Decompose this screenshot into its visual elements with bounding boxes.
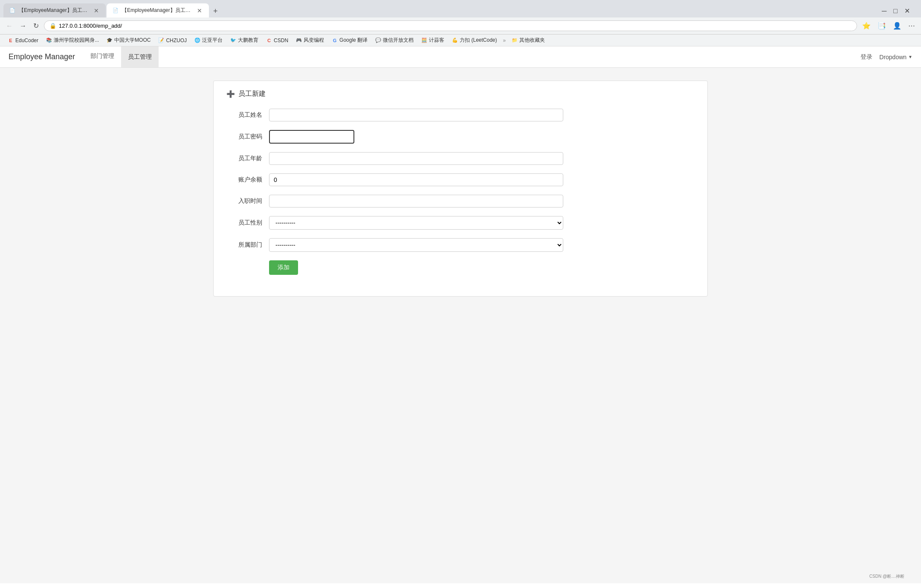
input-emp-join[interactable] (269, 195, 563, 208)
tab-title-2: 【EmployeeManager】员工新建 (122, 7, 193, 14)
bookmark-google[interactable]: G Google 翻译 (328, 36, 371, 45)
label-emp-pwd: 员工密码 (226, 133, 269, 141)
account-icon[interactable]: 👤 (891, 20, 903, 32)
form-row-submit: 添加 (226, 260, 695, 275)
bookmark-favicon-leetcode: 💪 (452, 37, 458, 43)
menu-icon[interactable]: ⋯ (907, 20, 917, 32)
login-link[interactable]: 登录 (860, 53, 872, 61)
bookmark-csdn[interactable]: C CSDN (263, 37, 292, 44)
bookmark-label-leetcode: 力扣 (LeetCode) (460, 37, 497, 44)
decoration-text: CSDN @断....禅断 (869, 574, 904, 579)
label-emp-name: 员工姓名 (226, 111, 269, 119)
bookmark-label-csdn: CSDN (274, 37, 288, 43)
form-row-gender: 员工性别 ---------- 男 女 (226, 216, 695, 230)
label-emp-gender: 员工性别 (226, 219, 269, 227)
nav-item-dept[interactable]: 部门管理 (84, 46, 121, 67)
app-wrapper: Employee Manager 部门管理 员工管理 登录 Dropdown ▼… (0, 46, 921, 583)
bookmark-fanyi[interactable]: 🌐 泛亚平台 (191, 36, 226, 45)
bookmark-favicon-google: G (332, 38, 338, 43)
url-input[interactable]: 127.0.0.1:8000/emp_add/ (59, 23, 851, 29)
select-emp-gender[interactable]: ---------- 男 女 (269, 216, 563, 230)
form-row-age: 员工年龄 (226, 152, 695, 165)
bookmark-others[interactable]: 📁 其他收藏夹 (508, 36, 548, 45)
bookmark-dapeng[interactable]: 🐦 大鹏教育 (227, 36, 262, 45)
bookmark-leetcode[interactable]: 💪 力扣 (LeetCode) (449, 36, 500, 45)
input-emp-balance[interactable] (269, 173, 563, 186)
refresh-button[interactable]: ↻ (32, 20, 41, 32)
bottom-decoration: CSDN @断....禅断 (861, 511, 912, 579)
label-emp-join: 入职时间 (226, 197, 269, 205)
tab-favicon-2: 📄 (113, 8, 119, 14)
new-tab-button[interactable]: + (210, 5, 221, 17)
bookmark-label-fengbian: 风变编程 (304, 37, 324, 44)
bookmark-label-google: Google 翻译 (339, 37, 368, 44)
bookmark-label-jisuan: 计蒜客 (429, 37, 444, 44)
select-emp-dept[interactable]: ---------- (269, 238, 563, 252)
nav-item-emp-label: 员工管理 (128, 53, 152, 61)
bookmark-label-chzuoj: CHZUOJ (166, 37, 187, 43)
star-icon[interactable]: ⭐ (860, 20, 872, 32)
bookmark-mooc[interactable]: 🎓 中国大学MOOC (103, 36, 154, 45)
input-emp-pwd[interactable] (269, 130, 354, 144)
input-emp-name[interactable] (269, 109, 563, 121)
minimize-button[interactable]: ─ (878, 6, 890, 16)
label-emp-age: 员工年龄 (226, 155, 269, 162)
bookmark-chzuoj[interactable]: 📝 CHZUOJ (155, 37, 190, 44)
navbar-brand[interactable]: Employee Manager (9, 52, 75, 61)
close-button[interactable]: ✕ (901, 6, 913, 16)
bookmark-favicon-jisuan: 🧮 (421, 37, 427, 43)
bookmark-jisuan[interactable]: 🧮 计蒜客 (418, 36, 448, 45)
form-card: ➕ 员工新建 员工姓名 员工密码 员工年龄 账户余额 (213, 81, 708, 297)
collections-icon[interactable]: 📑 (876, 20, 888, 32)
label-emp-balance: 账户余额 (226, 176, 269, 184)
tab-close-1[interactable]: ✕ (93, 7, 100, 14)
bookmark-campus[interactable]: 📚 滁州学院校园网身... (43, 36, 102, 45)
bookmark-wechat[interactable]: 💬 微信开放文档 (372, 36, 417, 45)
tab-close-2[interactable]: ✕ (196, 7, 203, 14)
main-content: ➕ 员工新建 员工姓名 员工密码 员工年龄 账户余额 (205, 68, 716, 309)
browser-tabs: 📄 【EmployeeManager】员工列表 ✕ 📄 【EmployeeMan… (3, 3, 878, 17)
navbar-nav: 部门管理 员工管理 (84, 46, 159, 67)
label-emp-dept: 所属部门 (226, 241, 269, 249)
bookmark-label-educoder: EduCoder (15, 37, 38, 43)
navbar: Employee Manager 部门管理 员工管理 登录 Dropdown ▼ (0, 46, 921, 68)
bookmark-favicon-mooc: 🎓 (107, 37, 113, 43)
form-title: 员工新建 (238, 89, 266, 98)
maximize-button[interactable]: □ (890, 6, 901, 16)
dropdown-label: Dropdown (879, 54, 907, 61)
browser-tab-2[interactable]: 📄 【EmployeeManager】员工新建 ✕ (107, 3, 209, 17)
browser-chrome: 📄 【EmployeeManager】员工列表 ✕ 📄 【EmployeeMan… (0, 0, 921, 46)
dropdown-button[interactable]: Dropdown ▼ (879, 54, 912, 61)
back-button[interactable]: ← (4, 20, 14, 32)
bookmark-label-campus: 滁州学院校园网身... (54, 37, 99, 44)
nav-item-dept-label: 部门管理 (90, 52, 114, 60)
dropdown-arrow-icon: ▼ (908, 55, 912, 59)
form-row-dept: 所属部门 ---------- (226, 238, 695, 252)
input-emp-age[interactable] (269, 152, 563, 165)
bookmark-fengbian[interactable]: 🎮 风变编程 (293, 36, 327, 45)
bookmark-favicon-fengbian: 🎮 (296, 37, 302, 43)
bookmark-educoder[interactable]: E EduCoder (4, 37, 42, 44)
tab-title-1: 【EmployeeManager】员工列表 (19, 7, 90, 14)
nav-item-emp[interactable]: 员工管理 (121, 46, 159, 67)
plus-circle-icon: ➕ (226, 90, 235, 98)
bookmark-label-others: 其他收藏夹 (519, 37, 545, 44)
bookmark-favicon-campus: 📚 (46, 37, 52, 43)
form-row-join: 入职时间 (226, 195, 695, 208)
navbar-right: 登录 Dropdown ▼ (860, 53, 912, 61)
bookmarks-bar: E EduCoder 📚 滁州学院校园网身... 🎓 中国大学MOOC 📝 CH… (0, 35, 921, 46)
forward-button[interactable]: → (18, 20, 28, 32)
form-row-pwd: 员工密码 (226, 130, 695, 144)
bookmark-label-mooc: 中国大学MOOC (114, 37, 151, 44)
form-row-name: 员工姓名 (226, 109, 695, 121)
lock-icon: 🔒 (49, 23, 56, 29)
bookmark-favicon-chzuoj: 📝 (158, 37, 164, 43)
address-bar[interactable]: 🔒 127.0.0.1:8000/emp_add/ (44, 20, 857, 31)
tab-favicon-1: 📄 (9, 8, 15, 14)
window-controls: ─ □ ✕ (878, 6, 918, 17)
bookmark-label-fanyi: 泛亚平台 (202, 37, 223, 44)
bookmark-favicon-fanyi: 🌐 (194, 37, 200, 43)
submit-button[interactable]: 添加 (269, 260, 298, 275)
bookmark-favicon-dapeng: 🐦 (230, 37, 236, 43)
browser-tab-1[interactable]: 📄 【EmployeeManager】员工列表 ✕ (3, 3, 106, 17)
